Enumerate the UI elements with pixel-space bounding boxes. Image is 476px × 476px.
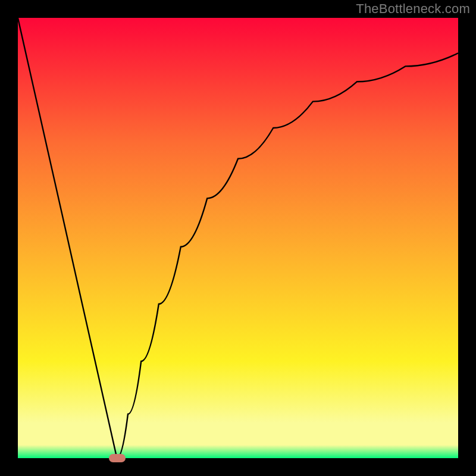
chart-frame: TheBottleneck.com: [0, 0, 476, 476]
chart-background: [18, 18, 458, 458]
plot-area: [18, 18, 458, 458]
bottleneck-marker: [109, 454, 126, 462]
watermark-text: TheBottleneck.com: [356, 1, 470, 17]
chart-svg: [18, 18, 458, 458]
